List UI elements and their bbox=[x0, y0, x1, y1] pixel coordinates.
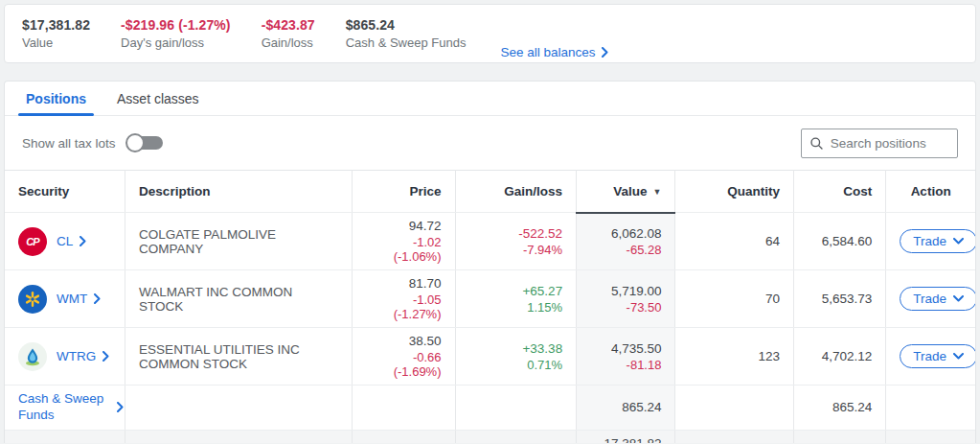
value-cell: 6,062.08-65.28 bbox=[577, 213, 675, 270]
trade-button[interactable]: Trade bbox=[900, 344, 976, 368]
gain-pct: 0.71% bbox=[469, 358, 563, 372]
header-description[interactable]: Description bbox=[125, 171, 353, 213]
value-amount: 4,735.50 bbox=[611, 341, 662, 356]
cash-sweep-funds-link[interactable]: Cash & Sweep Funds bbox=[18, 391, 124, 424]
summary-cash-amount: $865.24 bbox=[346, 17, 467, 33]
header-gain-loss[interactable]: Gain/loss bbox=[455, 171, 577, 213]
value-amount: 6,062.08 bbox=[611, 226, 662, 241]
ticker-label: WTRG bbox=[57, 349, 96, 363]
gain-loss-cell: +65.271.15% bbox=[455, 270, 577, 328]
trade-button-label: Trade bbox=[913, 292, 946, 306]
price-change: -0.66 (-1.69%) bbox=[366, 350, 441, 379]
table-row: CP CL COLGATE PALMOLIVE COMPANY 94.72-1.… bbox=[5, 213, 975, 270]
value-cell: 5,719.00-73.50 bbox=[577, 270, 675, 328]
account-summary-bar: $17,381.82 Value -$219.96 (-1.27%) Day's… bbox=[4, 4, 976, 63]
table-row: WTRG ESSENTIAL UTILITIES INC COMMON STOC… bbox=[5, 328, 975, 386]
cost-cell: 5,653.73 bbox=[794, 270, 886, 328]
tab-asset-classes[interactable]: Asset classes bbox=[105, 83, 211, 115]
table-controls: Show all tax lots bbox=[5, 116, 975, 170]
description-cell: WALMART INC COMMON STOCK bbox=[125, 270, 353, 328]
toggle-knob bbox=[125, 133, 145, 152]
walmart-logo bbox=[18, 285, 47, 314]
price-change: -1.02 (-1.06%) bbox=[366, 235, 441, 264]
totals-gain-cell: -423.87 bbox=[455, 430, 577, 443]
summary-days-gain: -$219.96 (-1.27%) Day's gain/loss bbox=[121, 17, 231, 50]
water-drop-logo bbox=[18, 342, 47, 371]
quantity-cell: 64 bbox=[675, 213, 794, 270]
summary-cash-label: Cash & Sweep Funds bbox=[346, 35, 467, 50]
description-cell: COLGATE PALMOLIVE COMPANY bbox=[125, 213, 353, 270]
table-header-row: Security Description Price Gain/loss Val… bbox=[5, 171, 975, 213]
search-positions-box bbox=[801, 129, 958, 158]
summary-gain-amount: -$423.87 bbox=[262, 17, 315, 33]
trade-button[interactable]: Trade bbox=[900, 287, 976, 311]
positions-panel: Positions Asset classes Show all tax lot… bbox=[4, 81, 976, 443]
gain-pct: -7.94% bbox=[469, 243, 563, 257]
header-price[interactable]: Price bbox=[353, 171, 455, 213]
cash-sweep-row: Cash & Sweep Funds 865.24 865.24 bbox=[5, 386, 975, 431]
see-all-balances-link[interactable]: See all balances bbox=[500, 45, 607, 62]
gain-loss-cell: +33.380.71% bbox=[455, 328, 577, 386]
gain-pct: 1.15% bbox=[469, 300, 563, 315]
value-change: -65.28 bbox=[590, 243, 661, 257]
header-cost[interactable]: Cost bbox=[794, 171, 886, 213]
ticker-label: CL bbox=[57, 234, 73, 248]
colgate-logo-text: CP bbox=[26, 236, 38, 247]
walmart-spark-icon bbox=[24, 291, 41, 308]
gain-loss-cell: -522.52-7.94% bbox=[455, 213, 577, 270]
cash-cost-cell: 865.24 bbox=[794, 386, 886, 431]
quantity-cell: 70 bbox=[675, 270, 794, 328]
gain-value: +65.27 bbox=[522, 284, 562, 298]
tab-positions[interactable]: Positions bbox=[14, 83, 98, 115]
show-tax-lots-toggle[interactable] bbox=[125, 133, 164, 152]
gain-value: +33.38 bbox=[522, 341, 562, 356]
chevron-right-icon bbox=[80, 236, 86, 246]
header-quantity[interactable]: Quantity bbox=[675, 171, 794, 213]
cash-value-cell: 865.24 bbox=[577, 386, 675, 431]
summary-gain-label: Gain/loss bbox=[262, 35, 315, 50]
quantity-cell: 123 bbox=[675, 328, 794, 386]
water-drop-icon bbox=[24, 347, 41, 366]
ticker-link-wmt[interactable]: WMT bbox=[57, 292, 101, 306]
summary-days-gain-amount: -$219.96 (-1.27%) bbox=[121, 17, 231, 33]
header-value-label: Value bbox=[613, 184, 647, 199]
header-action[interactable]: Action bbox=[886, 171, 975, 213]
cost-cell: 6,584.60 bbox=[794, 213, 886, 270]
summary-days-gain-label: Day's gain/loss bbox=[121, 35, 231, 50]
value-change: -81.18 bbox=[590, 358, 661, 372]
tab-bar: Positions Asset classes bbox=[5, 82, 975, 116]
price-value: 94.72 bbox=[409, 219, 442, 233]
sort-desc-icon: ▼ bbox=[653, 187, 662, 197]
price-change: -1.05 (-1.27%) bbox=[366, 292, 441, 321]
trade-button[interactable]: Trade bbox=[900, 229, 976, 253]
chevron-right-icon bbox=[103, 351, 109, 362]
price-cell: 81.70-1.05 (-1.27%) bbox=[353, 270, 455, 328]
header-security[interactable]: Security bbox=[5, 171, 125, 213]
value-change: -73.50 bbox=[590, 300, 661, 315]
ticker-label: WMT bbox=[57, 292, 87, 306]
search-positions-input[interactable] bbox=[831, 136, 948, 151]
search-icon bbox=[810, 136, 823, 151]
positions-table: Security Description Price Gain/loss Val… bbox=[5, 170, 975, 443]
ticker-link-wtrg[interactable]: WTRG bbox=[57, 349, 109, 363]
price-cell: 38.50-0.66 (-1.69%) bbox=[353, 328, 455, 386]
chevron-right-icon bbox=[117, 402, 124, 412]
trade-button-label: Trade bbox=[913, 234, 946, 248]
value-amount: 5,719.00 bbox=[611, 284, 662, 298]
chevron-right-icon bbox=[94, 293, 101, 304]
summary-value-label: Value bbox=[22, 35, 90, 50]
see-all-balances-label: See all balances bbox=[500, 45, 595, 59]
ticker-link-cl[interactable]: CL bbox=[57, 234, 86, 248]
cost-cell: 4,702.12 bbox=[794, 328, 886, 386]
trade-button-label: Trade bbox=[913, 349, 946, 363]
totals-label: Totals bbox=[5, 430, 125, 443]
totals-value-cell: 17,381.82-219.96 bbox=[577, 430, 675, 443]
description-cell: ESSENTIAL UTILITIES INC COMMON STOCK bbox=[125, 328, 353, 386]
header-value[interactable]: Value▼ bbox=[577, 171, 675, 213]
summary-value-amount: $17,381.82 bbox=[22, 17, 90, 33]
table-row: WMT WALMART INC COMMON STOCK 81.70-1.05 … bbox=[5, 270, 975, 328]
summary-value: $17,381.82 Value bbox=[22, 17, 90, 50]
totals-value-amount: 17,381.82 bbox=[604, 436, 661, 443]
price-value: 38.50 bbox=[409, 334, 442, 348]
totals-cost-cell: 17,805.69 bbox=[794, 430, 886, 443]
